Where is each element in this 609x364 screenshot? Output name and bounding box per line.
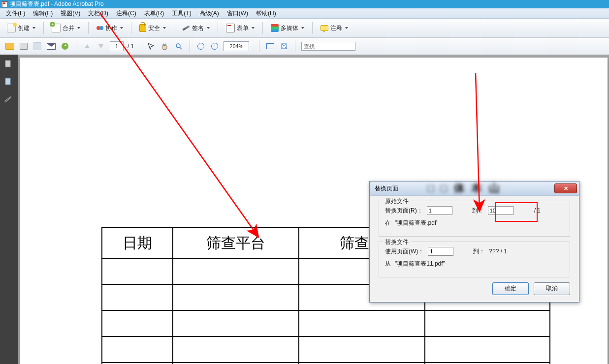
separator (140, 40, 140, 52)
menu-file[interactable]: 文件(F) (2, 8, 29, 19)
pages-panel-icon[interactable] (4, 60, 14, 68)
page-total-suffix: / 1 (534, 207, 541, 214)
menu-document[interactable]: 文档(D) (84, 8, 112, 19)
next-page-icon[interactable] (96, 42, 106, 51)
comment-bubble-icon (321, 25, 328, 31)
svg-point-0 (176, 44, 180, 48)
collaborate-icon (96, 26, 103, 30)
window-title: 项目筛查表.pdf - Adobe Acrobat Pro (10, 0, 104, 8)
create-label: 创建 (18, 24, 30, 32)
create-button[interactable]: 创建 (4, 22, 38, 34)
multimedia-button[interactable]: 多媒体 (268, 23, 307, 34)
chevron-down-icon (120, 27, 123, 29)
chevron-down-icon (252, 27, 255, 29)
separator (174, 22, 174, 34)
lock-icon (139, 24, 146, 32)
marquee-zoom-icon[interactable] (174, 42, 184, 51)
menu-tools[interactable]: 工具(T) (168, 8, 195, 19)
sign-button[interactable]: 签名 (179, 23, 213, 34)
hand-tool-icon[interactable] (160, 42, 170, 51)
table-row (102, 310, 550, 336)
blurred-background-text: □ □ 体 本 山 (375, 181, 554, 196)
print-icon[interactable] (19, 42, 29, 51)
fit-page-icon[interactable] (279, 42, 289, 51)
chevron-down-icon (32, 27, 35, 29)
secure-button[interactable]: 安全 (136, 23, 169, 34)
combine-icon: + (52, 24, 61, 32)
chevron-down-icon (345, 27, 348, 29)
separator (88, 22, 89, 34)
chevron-down-icon (163, 27, 166, 29)
menu-view[interactable]: 视图(V) (57, 8, 84, 19)
dialog-buttons: 确定 取消 (379, 282, 570, 295)
prev-page-icon[interactable] (82, 42, 92, 51)
fit-width-icon[interactable] (265, 42, 275, 51)
menu-advanced[interactable]: 高级(A) (195, 8, 223, 19)
multimedia-icon (271, 24, 279, 32)
col-platform-header: 筛查平台 (173, 228, 299, 258)
save-icon[interactable] (32, 42, 42, 51)
app-window: 项目筛查表.pdf - Adobe Acrobat Pro 文件(F) 编辑(E… (0, 0, 609, 364)
zoom-out-icon[interactable]: − (196, 42, 206, 51)
close-icon: ✕ (564, 185, 568, 192)
signatures-panel-icon[interactable] (4, 95, 14, 104)
original-file-fieldset: 原始文件 替换页面(R)： 到： / 1 在 "项目筛查表.pdf" (379, 201, 570, 237)
menu-forms[interactable]: 表单(R) (140, 8, 168, 19)
comment-label: 注释 (330, 24, 342, 32)
dialog-body: 原始文件 替换页面(R)： 到： / 1 在 "项目筛查表.pdf" (370, 196, 579, 302)
menu-help[interactable]: 帮助(H) (252, 8, 280, 19)
cancel-button[interactable]: 取消 (534, 282, 570, 295)
page-number-input[interactable] (110, 41, 124, 51)
from-filename: "项目筛查表11.pdf" (395, 260, 445, 268)
forms-button[interactable]: 表单 (223, 22, 257, 34)
separator (295, 40, 295, 52)
dialog-close-button[interactable]: ✕ (554, 183, 577, 193)
search-input[interactable] (301, 42, 355, 51)
separator (43, 22, 44, 34)
pdf-file-icon (2, 1, 8, 7)
in-label: 在 (385, 219, 391, 227)
replace-pages-dialog: 替换页面 □ □ 体 本 山 ✕ 原始文件 替换页面(R)： 到： / 1 (369, 181, 579, 303)
navigation-panel (0, 55, 18, 364)
replace-to-input[interactable] (488, 206, 513, 215)
email-icon[interactable] (46, 42, 56, 51)
comment-button[interactable]: 注释 (318, 23, 351, 34)
separator (262, 22, 263, 34)
secure-label: 安全 (148, 24, 160, 32)
select-tool-icon[interactable] (146, 42, 156, 51)
table-row (102, 336, 550, 363)
title-bar: 项目筛查表.pdf - Adobe Acrobat Pro (0, 0, 609, 8)
combine-button[interactable]: + 合并 (49, 22, 83, 34)
bookmarks-panel-icon[interactable] (4, 77, 14, 86)
menu-edit[interactable]: 编辑(E) (29, 8, 57, 19)
sign-label: 签名 (192, 24, 204, 32)
ok-button[interactable]: 确定 (492, 282, 529, 295)
svg-rect-4 (5, 78, 10, 85)
multimedia-label: 多媒体 (281, 24, 298, 32)
to-label: 到： (472, 207, 484, 215)
collaborate-label: 协作 (105, 24, 117, 32)
replace-from-input[interactable] (427, 206, 452, 215)
open-icon[interactable] (5, 42, 15, 51)
separator (131, 22, 131, 34)
menu-window[interactable]: 窗口(W) (223, 8, 252, 19)
use-from-input[interactable] (428, 247, 453, 256)
create-icon (7, 24, 16, 32)
menu-comments[interactable]: 注释(C) (112, 8, 140, 19)
forms-label: 表单 (237, 24, 249, 32)
collaborate-button[interactable]: 协作 (94, 23, 126, 34)
page-total: / 1 (128, 43, 134, 50)
upload-icon[interactable] (60, 42, 70, 51)
combine-label: 合并 (63, 24, 74, 32)
svg-line-1 (180, 47, 182, 49)
form-icon (226, 24, 235, 32)
svg-rect-3 (5, 61, 10, 67)
col-date-header: 日期 (102, 228, 173, 258)
chevron-down-icon (301, 27, 304, 29)
zoom-level-input[interactable] (224, 41, 249, 51)
zoom-in-icon[interactable]: + (210, 42, 220, 51)
separator (218, 22, 218, 34)
use-pages-label: 使用页面(W)： (385, 247, 424, 256)
use-to-label: 到： (473, 247, 485, 256)
dialog-titlebar[interactable]: 替换页面 □ □ 体 本 山 ✕ (370, 182, 579, 196)
